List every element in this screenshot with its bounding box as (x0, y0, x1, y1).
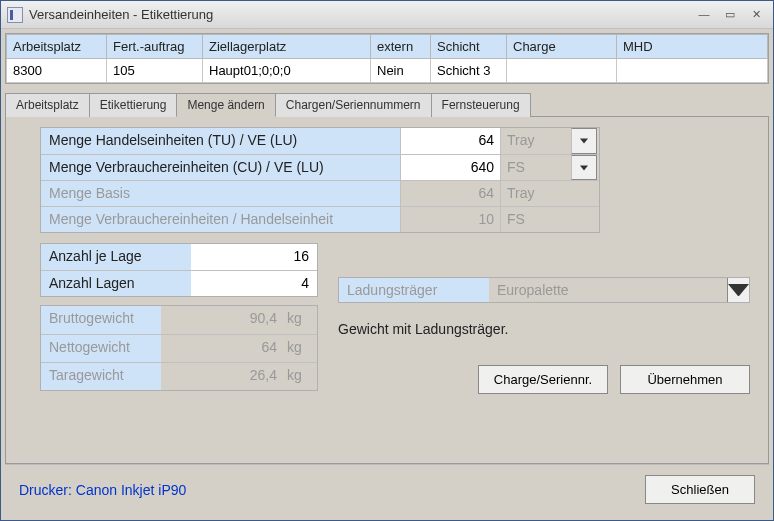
col-extern: extern (371, 35, 431, 59)
unit-net: kg (283, 335, 317, 362)
cell-fertauftrag: 105 (107, 59, 203, 83)
unit-tu: Tray (501, 128, 571, 154)
tab-etikettierung[interactable]: Etikettierung (89, 93, 178, 117)
row-cu-per-tu: Menge Verbrauchereinheiten / Handelseinh… (41, 206, 599, 232)
right-column: Ladungsträger Europalette Gewicht mit La… (338, 243, 750, 394)
unit-gross: kg (283, 306, 317, 334)
printer-prefix: Drucker: (19, 482, 76, 498)
value-carrier: Europalette (489, 278, 727, 302)
tab-fernsteuerung[interactable]: Fernsteuerung (431, 93, 531, 117)
dropdown-carrier[interactable] (727, 278, 749, 302)
table-row[interactable]: 8300 105 Haupt01;0;0;0 Nein Schicht 3 (7, 59, 768, 83)
titlebar: Versandeinheiten - Etikettierung — ▭ ✕ (1, 1, 773, 29)
value-net: 64 (161, 335, 283, 362)
row-per-layer: Anzahl je Lage 16 (41, 244, 317, 270)
cell-arbeitsplatz: 8300 (7, 59, 107, 83)
row-tare: Taragewicht 26,4 kg (41, 362, 317, 390)
value-base: 64 (401, 181, 501, 206)
unit-cu-per-tu: FS (501, 207, 571, 232)
tab-arbeitsplatz[interactable]: Arbeitsplatz (5, 93, 90, 117)
col-ziellagerplatz: Ziellagerplatz (203, 35, 371, 59)
label-layers: Anzahl Lagen (41, 271, 191, 296)
left-column: Anzahl je Lage 16 Anzahl Lagen 4 Bruttog… (40, 243, 318, 394)
label-gross: Bruttogewicht (41, 306, 161, 334)
tab-strip: Arbeitsplatz Etikettierung Menge ändern … (5, 92, 769, 117)
tab-chargen-seriennummern[interactable]: Chargen/Seriennummern (275, 93, 432, 117)
unit-base: Tray (501, 181, 571, 206)
carrier-row: Ladungsträger Europalette (338, 277, 750, 303)
maximize-button[interactable]: ▭ (719, 7, 741, 23)
cell-charge (507, 59, 617, 83)
label-cu-per-tu: Menge Verbrauchereinheiten / Handelseinh… (41, 207, 401, 232)
apply-button[interactable]: Übernehmen (620, 365, 750, 394)
row-cu: Menge Verbrauchereinheiten (CU) / VE (LU… (41, 154, 599, 180)
footer: Drucker: Canon Inkjet iP90 Schließen (5, 464, 769, 516)
col-mhd: MHD (617, 35, 768, 59)
row-net: Nettogewicht 64 kg (41, 334, 317, 362)
value-tare: 26,4 (161, 363, 283, 390)
row-base: Menge Basis 64 Tray (41, 180, 599, 206)
header-grid: Arbeitsplatz Fert.-auftrag Ziellagerplat… (5, 33, 769, 84)
content-area: Arbeitsplatz Fert.-auftrag Ziellagerplat… (1, 29, 773, 520)
close-window-button[interactable]: ✕ (745, 7, 767, 23)
close-button[interactable]: Schließen (645, 475, 755, 504)
cell-ziellagerplatz: Haupt01;0;0;0 (203, 59, 371, 83)
unit-cu: FS (501, 155, 571, 180)
printer-name: Canon Inkjet iP90 (76, 482, 187, 498)
app-icon (7, 7, 23, 23)
weight-block: Bruttogewicht 90,4 kg Nettogewicht 64 kg… (40, 305, 318, 391)
value-cu-per-tu: 10 (401, 207, 501, 232)
row-gross: Bruttogewicht 90,4 kg (41, 306, 317, 334)
label-tare: Taragewicht (41, 363, 161, 390)
cell-schicht: Schicht 3 (431, 59, 507, 83)
unit-tare: kg (283, 363, 317, 390)
printer-status: Drucker: Canon Inkjet iP90 (19, 482, 645, 498)
app-window: Versandeinheiten - Etikettierung — ▭ ✕ A… (0, 0, 774, 521)
label-tu: Menge Handelseinheiten (TU) / VE (LU) (41, 128, 401, 154)
minimize-button[interactable]: — (693, 7, 715, 23)
input-tu[interactable]: 64 (401, 128, 501, 154)
col-charge: Charge (507, 35, 617, 59)
tab-panel: Menge Handelseinheiten (TU) / VE (LU) 64… (5, 117, 769, 464)
dropdown-cu-unit[interactable] (571, 155, 597, 180)
count-block: Anzahl je Lage 16 Anzahl Lagen 4 (40, 243, 318, 297)
col-arbeitsplatz: Arbeitsplatz (7, 35, 107, 59)
window-title: Versandeinheiten - Etikettierung (29, 7, 693, 22)
lower-area: Anzahl je Lage 16 Anzahl Lagen 4 Bruttog… (40, 243, 750, 394)
row-layers: Anzahl Lagen 4 (41, 270, 317, 296)
action-button-row: Charge/Seriennr. Übernehmen (338, 365, 750, 394)
label-carrier: Ladungsträger (339, 278, 489, 302)
col-schicht: Schicht (431, 35, 507, 59)
charge-serial-button[interactable]: Charge/Seriennr. (478, 365, 608, 394)
tab-menge-aendern[interactable]: Menge ändern (176, 93, 275, 117)
cell-extern: Nein (371, 59, 431, 83)
cell-mhd (617, 59, 768, 83)
label-base: Menge Basis (41, 181, 401, 206)
label-per-layer: Anzahl je Lage (41, 244, 191, 270)
input-cu[interactable]: 640 (401, 155, 501, 180)
weight-note: Gewicht mit Ladungsträger. (338, 321, 750, 337)
input-layers[interactable]: 4 (191, 271, 317, 296)
quantity-block: Menge Handelseinheiten (TU) / VE (LU) 64… (40, 127, 600, 233)
input-per-layer[interactable]: 16 (191, 244, 317, 270)
value-gross: 90,4 (161, 306, 283, 334)
label-cu: Menge Verbrauchereinheiten (CU) / VE (LU… (41, 155, 401, 180)
col-fertauftrag: Fert.-auftrag (107, 35, 203, 59)
dropdown-tu-unit[interactable] (571, 128, 597, 154)
row-tu: Menge Handelseinheiten (TU) / VE (LU) 64… (41, 128, 599, 154)
label-net: Nettogewicht (41, 335, 161, 362)
